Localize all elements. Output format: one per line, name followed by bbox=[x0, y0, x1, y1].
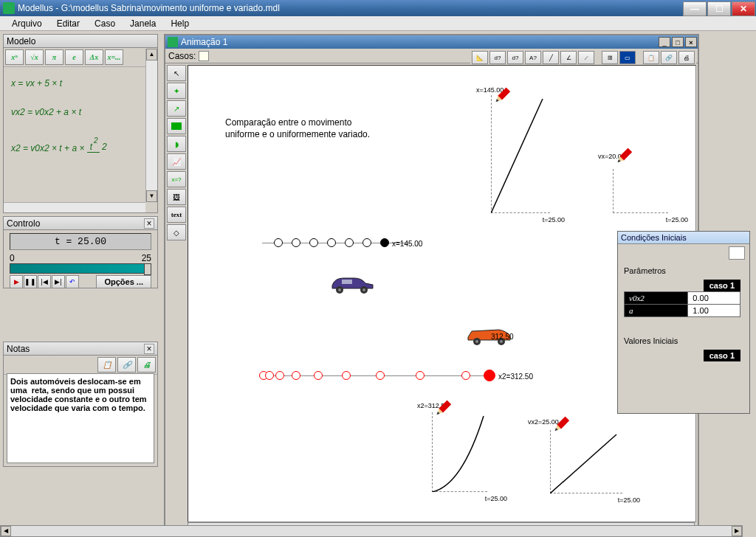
notas-textarea[interactable] bbox=[7, 373, 154, 463]
menu-arquivo[interactable]: Arquivo bbox=[4, 18, 49, 29]
maximize-button[interactable] bbox=[707, 1, 731, 16]
tool-image[interactable]: 🖼 bbox=[167, 189, 186, 205]
x-value-label: x=145.00 bbox=[392, 240, 422, 248]
btn-delta[interactable]: Δx bbox=[85, 49, 103, 65]
controlo-title: Controlo bbox=[7, 218, 40, 229]
window-title: Modellus - G:\modellus Sabrina\movimento… bbox=[18, 3, 683, 13]
tool-geometry[interactable]: ◇ bbox=[167, 224, 186, 240]
app-icon bbox=[3, 2, 15, 14]
menu-bar: Arquivo Editar Caso Janela Help bbox=[0, 16, 756, 31]
modelo-panel: Modelo xⁿ √x π e Δx x=... x = vx + 5 × t… bbox=[3, 34, 158, 213]
caso-toggle-1[interactable] bbox=[199, 51, 209, 61]
anim-close-icon[interactable]: × bbox=[685, 37, 697, 47]
anim-title-bar[interactable]: Animação 1 _ □ × bbox=[165, 35, 698, 49]
parametros-label: Parâmetros bbox=[618, 262, 749, 280]
dot-red-3 bbox=[275, 371, 284, 380]
tool-link-icon[interactable]: 🔗 bbox=[661, 51, 677, 64]
chart-vx2-vs-t[interactable]: vx2=25.00 t=25.00 bbox=[543, 427, 631, 501]
dot-red-4 bbox=[292, 371, 300, 380]
chart-x-vs-t[interactable]: x=145.00 t=25.00 bbox=[484, 95, 557, 221]
svg-rect-0 bbox=[342, 280, 352, 284]
pause-button[interactable]: ❚❚ bbox=[24, 275, 37, 288]
tool-text[interactable]: text bbox=[167, 207, 186, 223]
notas-copy-icon[interactable]: 📋 bbox=[97, 357, 116, 373]
svg-line-19 bbox=[550, 434, 616, 493]
dot-black-3 bbox=[309, 238, 318, 247]
anim-toolbar: 📐 d? d? A? ╱ ∠ ⟋ ⊞ ▭ 📋 🔗 🖨 bbox=[470, 49, 696, 66]
notas-link-icon[interactable]: 🔗 bbox=[117, 357, 136, 373]
cond-title[interactable]: Condições Iniciais bbox=[618, 232, 749, 244]
btn-pi[interactable]: π bbox=[45, 49, 63, 65]
time-slider[interactable]: 025 bbox=[10, 253, 151, 272]
notas-title: Notas bbox=[7, 344, 30, 354]
btn-e[interactable]: e bbox=[65, 49, 83, 65]
dot-black-2 bbox=[292, 238, 300, 247]
anim-icon bbox=[168, 37, 178, 47]
svg-line-9 bbox=[491, 99, 543, 213]
btn-sqrt[interactable]: √x bbox=[25, 49, 44, 65]
tool-line[interactable]: ╱ bbox=[543, 51, 559, 64]
modelo-vscroll[interactable]: ▲▼ bbox=[145, 49, 157, 202]
tool-vector[interactable]: ↗ bbox=[167, 100, 186, 117]
valores-label: Valores Iniciais bbox=[618, 332, 749, 350]
tool-background[interactable]: ▭ bbox=[619, 51, 636, 64]
tool-rect[interactable] bbox=[167, 118, 186, 134]
notas-close-icon[interactable]: × bbox=[144, 344, 154, 354]
eq-x2: x2 = v0x2 × t + a × t2 2 bbox=[11, 136, 150, 166]
anim-max-icon[interactable]: □ bbox=[672, 37, 684, 47]
dot-black-5 bbox=[345, 238, 354, 247]
tool-input[interactable]: x=? bbox=[167, 171, 186, 187]
modelo-hscroll[interactable] bbox=[4, 202, 145, 212]
skip-fwd-button[interactable]: ▶| bbox=[52, 275, 65, 288]
tool-diff-2[interactable]: d? bbox=[507, 51, 523, 64]
x2-value-label: x2=312.50 bbox=[498, 373, 533, 381]
btn-assign[interactable]: x=... bbox=[105, 49, 123, 65]
tool-gauge[interactable]: ◗ bbox=[167, 136, 186, 152]
anim-side-toolbar: ↖ ✦ ↗ ◗ 📈 x=? 🖼 text ◇ bbox=[167, 65, 186, 240]
reset-button[interactable]: ↶ bbox=[66, 275, 79, 288]
dot-black-current[interactable] bbox=[380, 238, 389, 247]
options-button[interactable]: Opções ... bbox=[96, 275, 151, 288]
param-a-name: a bbox=[625, 305, 688, 317]
play-button[interactable]: ▶ bbox=[10, 275, 23, 288]
menu-janela[interactable]: Janela bbox=[123, 18, 163, 29]
main-hscroll[interactable]: ◀ ▶ bbox=[0, 525, 743, 537]
cond-copy-icon[interactable] bbox=[729, 246, 745, 260]
param-a-value[interactable]: 1.00 bbox=[688, 305, 740, 317]
modelo-equations[interactable]: x = vx + 5 × t vx2 = v0x2 + a × t x2 = v… bbox=[4, 67, 157, 172]
fraction-t2-over-2: t2 2 bbox=[87, 135, 107, 158]
modelo-toolbar: xⁿ √x π e Δx x=... bbox=[4, 48, 157, 67]
notas-panel: Notas× 📋 🔗 🖨 bbox=[3, 342, 158, 467]
tool-angle[interactable]: ∠ bbox=[560, 51, 577, 64]
skip-back-button[interactable]: |◀ bbox=[38, 275, 51, 288]
tool-diff-1[interactable]: d? bbox=[489, 51, 506, 64]
dot-red-9 bbox=[461, 371, 470, 380]
tool-copy-icon[interactable]: 📋 bbox=[643, 51, 659, 64]
tool-grid[interactable]: ⊞ bbox=[602, 51, 618, 64]
notas-print-icon[interactable]: 🖨 bbox=[137, 357, 156, 373]
svg-point-6 bbox=[475, 340, 478, 343]
tool-slope[interactable]: ⟋ bbox=[578, 51, 594, 64]
tool-measure-1[interactable]: 📐 bbox=[472, 51, 488, 64]
anim-min-icon[interactable]: _ bbox=[659, 37, 670, 47]
chart-vx-vs-t[interactable]: vx=20.00 t=25.00 bbox=[605, 162, 679, 221]
menu-caso[interactable]: Caso bbox=[87, 18, 123, 29]
menu-editar[interactable]: Editar bbox=[49, 18, 87, 29]
dot-red-current[interactable] bbox=[484, 370, 495, 381]
close-button[interactable] bbox=[732, 1, 755, 16]
minimize-button[interactable] bbox=[683, 1, 707, 16]
tool-chart[interactable]: 📈 bbox=[167, 153, 186, 170]
btn-xn[interactable]: xⁿ bbox=[5, 49, 24, 65]
chart-x2-vs-t[interactable]: x2=312.50 t=25.00 bbox=[425, 411, 498, 499]
controlo-close-icon[interactable]: × bbox=[144, 218, 154, 229]
dot-red-6 bbox=[342, 371, 351, 380]
car-uniform[interactable] bbox=[329, 272, 377, 294]
dot-black-1 bbox=[274, 238, 283, 247]
tool-pointer[interactable]: ↖ bbox=[167, 65, 186, 81]
tool-print-icon[interactable]: 🖨 bbox=[678, 51, 695, 64]
tool-area[interactable]: A? bbox=[525, 51, 541, 64]
dot-red-2 bbox=[265, 371, 274, 380]
tool-particle[interactable]: ✦ bbox=[167, 83, 186, 99]
menu-help[interactable]: Help bbox=[163, 18, 196, 29]
param-v0x2-value[interactable]: 0.00 bbox=[688, 292, 740, 305]
